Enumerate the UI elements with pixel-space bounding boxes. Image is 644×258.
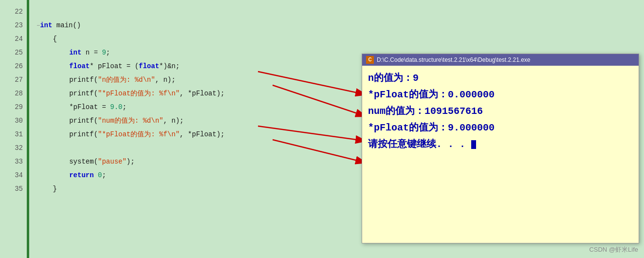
cursor — [471, 140, 476, 149]
main-container: 22 23 24 25 26 27 28 29 30 31 32 33 34 3… — [0, 0, 644, 258]
code-text: main() — [52, 21, 81, 29]
code-text: , n); — [163, 117, 184, 125]
code-text: *)&n; — [159, 62, 180, 70]
func-printf3: printf( — [69, 117, 98, 125]
code-text: , *pFloat); — [180, 130, 224, 138]
code-line-22 — [29, 5, 644, 18]
code-text: ; — [102, 171, 106, 179]
line-num-23: 23 — [0, 18, 27, 32]
line-num-25: 25 — [0, 46, 27, 59]
terminal-title: D:\C.Code\data.structure\test.2.21\x64\D… — [377, 56, 531, 63]
terminal-window: C D:\C.Code\data.structure\test.2.21\x64… — [362, 54, 639, 243]
terminal-line-3: num的值为：1091567616 — [368, 104, 633, 119]
line-num-33: 33 — [0, 155, 27, 168]
line-num-32: 32 — [0, 141, 27, 155]
terminal-titlebar: C D:\C.Code\data.structure\test.2.21\x64… — [362, 54, 639, 66]
code-text: ); — [127, 158, 135, 166]
kw-float2: float — [139, 62, 159, 70]
code-text: * pFloat = ( — [90, 62, 139, 70]
code-indent — [37, 158, 69, 166]
line-num-26: 26 — [0, 59, 27, 73]
code-indent — [37, 76, 69, 84]
func-printf2: printf( — [69, 90, 98, 97]
code-text: { — [37, 35, 57, 43]
code-indent — [37, 171, 69, 179]
terminal-app-icon: C — [366, 56, 374, 64]
terminal-line-4: *pFloat的值为：9.000000 — [368, 120, 633, 136]
code-text: ; — [106, 49, 110, 56]
func-printf: printf( — [69, 76, 98, 84]
code-indent — [37, 49, 69, 56]
terminal-line-5: 请按任意键继续. . . — [368, 137, 633, 152]
kw-return: return — [69, 171, 93, 179]
str-pause: "pause" — [98, 158, 127, 166]
watermark: CSDN @虾米Life — [589, 245, 638, 254]
str-2: "*pFloat的值为: %f\n" — [98, 90, 180, 97]
kw-int: int — [40, 21, 52, 29]
code-text: } — [37, 185, 57, 193]
terminal-line-1: n的值为：9 — [368, 71, 633, 86]
code-text: , n); — [155, 76, 176, 84]
str-1: "n的值为: %d\n" — [98, 76, 155, 84]
num-9: 9 — [102, 49, 106, 56]
func-printf4: printf( — [69, 130, 98, 138]
code-line-24: { — [29, 32, 644, 46]
line-num-22: 22 — [0, 5, 27, 18]
code-indent — [37, 90, 69, 97]
num-9-0: 9.0 — [110, 103, 122, 111]
code-indent — [37, 130, 69, 138]
kw-int2: int — [69, 49, 81, 56]
line-num-30: 30 — [0, 114, 27, 128]
line-num-34: 34 — [0, 168, 27, 182]
code-indent — [37, 117, 69, 125]
line-num-35: 35 — [0, 182, 27, 196]
kw-float: float — [69, 62, 90, 70]
func-system: system( — [69, 158, 98, 166]
code-indent — [37, 62, 69, 70]
line-numbers: 22 23 24 25 26 27 28 29 30 31 32 33 34 3… — [0, 0, 27, 258]
code-text: *pFloat = — [69, 103, 110, 111]
line-num-31: 31 — [0, 128, 27, 141]
line-num-29: 29 — [0, 100, 27, 114]
str-4: "*pFloat的值为: %f\n" — [98, 130, 180, 138]
str-3: "num的值为: %d\n" — [98, 117, 163, 125]
terminal-body: n的值为：9 *pFloat的值为：0.000000 num的值为：109156… — [362, 66, 639, 158]
code-text: ; — [122, 103, 126, 111]
code-indent — [37, 103, 69, 111]
code-text: n = — [81, 49, 102, 56]
code-text: , *pFloat); — [180, 90, 224, 97]
line-num-27: 27 — [0, 73, 27, 87]
code-text — [94, 171, 98, 179]
line-num-24: 24 — [0, 32, 27, 46]
terminal-line-2: *pFloat的值为：0.000000 — [368, 87, 633, 103]
line-num-28: 28 — [0, 87, 27, 100]
code-line-23: −int main() — [29, 18, 644, 32]
